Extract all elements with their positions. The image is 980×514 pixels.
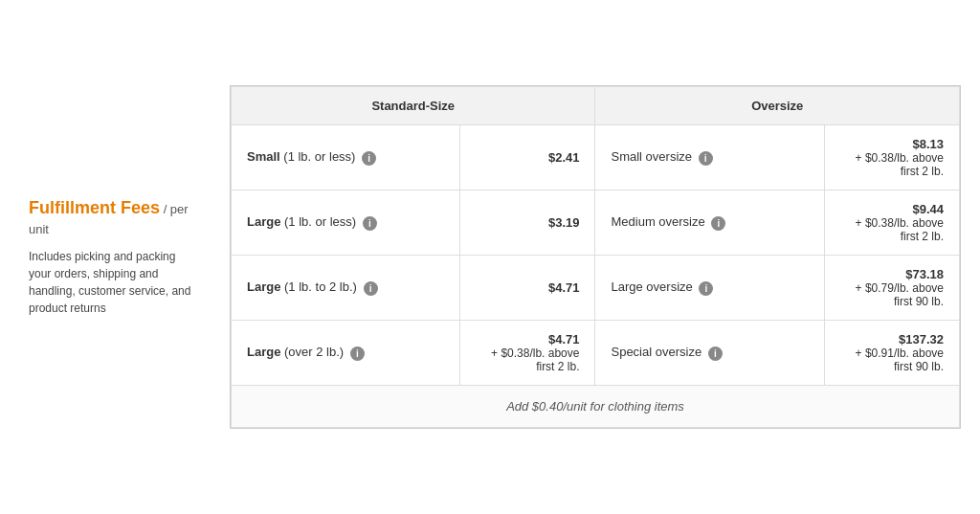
fees-table: Standard-Size Oversize Small (1 lb. or l… [231, 86, 960, 428]
table-row: Large (over 2 lb.) i $4.71 + $0.38/lb. a… [232, 321, 960, 386]
std-price-3: $4.71 [460, 256, 595, 321]
oversize-price-1: $8.13 + $0.38/lb. above first 2 lb. [824, 125, 959, 190]
std-price-2: $3.19 [460, 190, 595, 256]
oversize-price-4: $137.32 + $0.91/lb. above first 90 lb. [824, 321, 959, 386]
section-title: Fulfillment Fees / per unit [29, 198, 201, 238]
header-standard-size: Standard-Size [232, 87, 595, 125]
footer-note: Add $0.40/unit for clothing items [232, 386, 960, 428]
oversize-label-3: Large oversize i [595, 256, 824, 321]
section-description: Includes picking and packing your orders… [29, 248, 201, 317]
info-icon-oversize-1[interactable]: i [699, 151, 713, 166]
std-label-4: Large (over 2 lb.) i [232, 321, 460, 386]
header-oversize: Oversize [595, 87, 960, 125]
table-row: Large (1 lb. to 2 lb.) i $4.71 Large ove… [232, 256, 960, 321]
fees-table-wrapper: Standard-Size Oversize Small (1 lb. or l… [230, 85, 961, 429]
info-icon-oversize-3[interactable]: i [699, 281, 713, 296]
std-price-4: $4.71 + $0.38/lb. above first 2 lb. [460, 321, 595, 386]
footer-row: Add $0.40/unit for clothing items [232, 386, 960, 428]
std-label-3: Large (1 lb. to 2 lb.) i [232, 256, 460, 321]
info-icon-std-2[interactable]: i [363, 216, 377, 231]
left-panel: Fulfillment Fees / per unit Includes pic… [19, 85, 230, 429]
oversize-label-2: Medium oversize i [595, 190, 824, 256]
info-icon-oversize-2[interactable]: i [711, 216, 725, 231]
table-row: Large (1 lb. or less) i $3.19 Medium ove… [232, 190, 960, 256]
oversize-label-1: Small oversize i [595, 125, 824, 190]
table-row: Small (1 lb. or less) i $2.41 Small over… [232, 125, 960, 190]
std-price-1: $2.41 [460, 125, 595, 190]
std-label-2: Large (1 lb. or less) i [232, 190, 460, 256]
info-icon-std-4[interactable]: i [350, 346, 365, 361]
oversize-label-4: Special oversize i [595, 321, 824, 386]
info-icon-std-3[interactable]: i [364, 281, 378, 296]
title-orange: Fulfillment Fees [29, 198, 160, 217]
oversize-price-3: $73.18 + $0.79/lb. above first 90 lb. [824, 256, 959, 321]
info-icon-std-1[interactable]: i [362, 151, 376, 166]
oversize-price-2: $9.44 + $0.38/lb. above first 2 lb. [824, 190, 959, 256]
std-label-1: Small (1 lb. or less) i [232, 125, 460, 190]
info-icon-oversize-4[interactable]: i [708, 346, 723, 361]
